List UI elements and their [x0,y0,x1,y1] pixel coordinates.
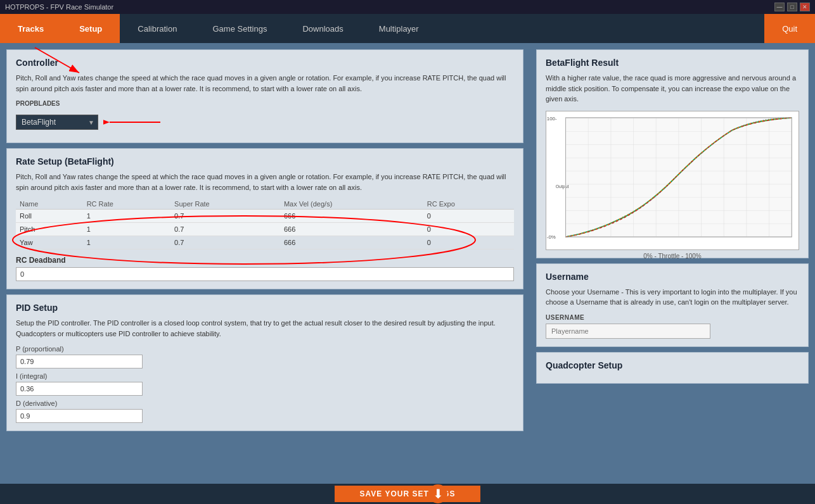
i-input[interactable] [16,382,143,396]
roll-name: Roll [16,210,83,223]
roll-rc-expo: 0 [423,210,514,223]
p-label: P (proportional) [16,345,514,353]
deadband-input[interactable] [16,267,514,281]
col-super-rate: Super Rate [170,199,280,210]
username-card: Username Choose your Username - This is … [536,263,809,347]
i-label: I (integral) [16,372,514,380]
nav-calibration[interactable]: Calibration [120,14,195,43]
controller-card: Controller Pitch, Roll and Yaw rates cha… [6,49,523,143]
chart-bottom-label: 0% - Throttle - 100% [546,253,799,260]
right-panel: BetaFlight Result With a higher rate val… [530,43,815,484]
yaw-name: Yaw [16,236,83,249]
controller-title: Controller [16,58,514,68]
betaflight-result-desc: With a higher rate value, the race quad … [546,73,799,104]
propblades-label: PROPBLADES [16,100,514,107]
chart-svg: 100- Output -0% [546,111,799,249]
table-row: Yaw 1 0.7 666 0 [16,236,514,249]
username-desc: Choose your Username - This is very impo… [546,287,799,308]
roll-rc-rate: 1 [83,210,170,223]
roll-super-rate: 0.7 [170,210,280,223]
nav-downloads[interactable]: Downloads [285,14,361,43]
yaw-max-vel: 666 [280,236,423,249]
close-button[interactable]: ✕ [800,3,810,11]
pitch-super-rate: 0.7 [170,223,280,236]
username-input[interactable] [546,324,710,339]
pid-setup-desc: Setup the PID controller. The PID contro… [16,318,514,339]
pid-setup-card: PID Setup Setup the PID controller. The … [6,294,523,431]
save-button[interactable]: SAVE YOUR SETTINGS [335,486,481,502]
deadband-label: RC Deadband [16,256,514,265]
yaw-rc-rate: 1 [83,236,170,249]
username-title: Username [546,272,799,282]
svg-text:100-: 100- [547,115,557,121]
pitch-name: Pitch [16,223,83,236]
bottombar: SAVE YOUR SETTINGS ⬇ [0,484,815,504]
roll-max-vel: 666 [280,210,423,223]
quadcopter-setup-title: Quadcopter Setup [546,360,799,370]
propblades-dropdown[interactable]: BetaFlight Raceflight Cleanflight [16,115,98,130]
d-label: D (derivative) [16,400,514,407]
table-row: Roll 1 0.7 666 0 [16,210,514,223]
svg-text:Output: Output [556,184,569,189]
yaw-super-rate: 0.7 [170,236,280,249]
window-controls: — □ ✕ [774,3,810,11]
app-title: HOTPROPS - FPV Race Simulator [5,3,774,11]
pitch-rc-rate: 1 [83,223,170,236]
maximize-button[interactable]: □ [787,3,797,11]
betaflight-result-title: BetaFlight Result [546,58,799,68]
col-rc-rate: RC Rate [83,199,170,210]
betaflight-chart: 100- Output -0% 0% - Throttle - 100% [546,111,799,250]
username-label: USERNAME [546,314,799,321]
col-max-vel: Max Vel (deg/s) [280,199,423,210]
dropdown-arrow-annotation [103,110,167,135]
left-panel: Controller Pitch, Roll and Yaw rates cha… [0,43,530,484]
d-input[interactable] [16,409,143,423]
betaflight-result-card: BetaFlight Result With a higher rate val… [536,49,809,258]
rate-setup-title: Rate Setup (BetaFlight) [16,156,514,167]
table-row: Pitch 1 0.7 666 0 [16,223,514,236]
quadcopter-setup-card: Quadcopter Setup [536,352,809,384]
propblades-dropdown-wrapper: BetaFlight Raceflight Cleanflight ▼ [16,115,98,130]
yaw-rc-expo: 0 [423,236,514,249]
rate-table-container: Name RC Rate Super Rate Max Vel (deg/s) … [16,199,514,249]
nav-tracks[interactable]: Tracks [0,14,61,43]
p-input[interactable] [16,355,143,369]
controller-desc: Pitch, Roll and Yaw rates change the spe… [16,73,514,94]
pitch-rc-expo: 0 [423,223,514,236]
navbar: Tracks Setup Calibration Game Settings D… [0,14,815,43]
deadband-section: RC Deadband [16,256,514,281]
nav-multiplayer[interactable]: Multiplayer [361,14,437,43]
pitch-max-vel: 666 [280,223,423,236]
svg-text:-0%: -0% [547,234,556,240]
pid-setup-title: PID Setup [16,303,514,313]
titlebar: HOTPROPS - FPV Race Simulator — □ ✕ [0,0,815,14]
quit-button[interactable]: Quit [764,14,815,43]
main-content: Controller Pitch, Roll and Yaw rates cha… [0,43,815,484]
rate-table: Name RC Rate Super Rate Max Vel (deg/s) … [16,199,514,249]
rate-setup-card: Rate Setup (BetaFlight) Pitch, Roll and … [6,148,523,289]
download-icon: ⬇ [428,484,447,503]
rate-setup-desc: Pitch, Roll and Yaw rates change the spe… [16,172,514,192]
col-name: Name [16,199,83,210]
nav-setup[interactable]: Setup [61,14,120,43]
nav-game-settings[interactable]: Game Settings [195,14,285,43]
minimize-button[interactable]: — [774,3,785,11]
col-rc-expo: RC Expo [423,199,514,210]
